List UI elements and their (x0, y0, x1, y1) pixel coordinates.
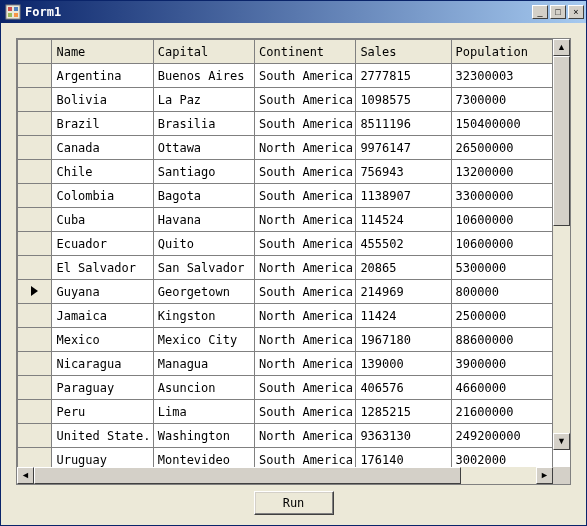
table-row[interactable]: PeruLimaSouth America128521521600000 (18, 400, 553, 424)
cell-sales[interactable]: 114524 (356, 208, 451, 232)
row-header[interactable] (18, 160, 52, 184)
cell-capital[interactable]: Brasilia (153, 112, 254, 136)
row-header[interactable] (18, 280, 52, 304)
cell-sales[interactable]: 756943 (356, 160, 451, 184)
hscroll-track[interactable] (34, 467, 536, 484)
cell-continent[interactable]: North America (255, 328, 356, 352)
vscroll-track[interactable] (553, 56, 570, 433)
cell-name[interactable]: Nicaragua (52, 352, 153, 376)
cell-continent[interactable]: South America (255, 160, 356, 184)
row-header[interactable] (18, 304, 52, 328)
cell-capital[interactable]: Managua (153, 352, 254, 376)
cell-population[interactable]: 26500000 (451, 136, 552, 160)
cell-continent[interactable]: South America (255, 280, 356, 304)
cell-population[interactable]: 33000000 (451, 184, 552, 208)
row-header[interactable] (18, 256, 52, 280)
hscroll-thumb[interactable] (34, 467, 461, 484)
table-row[interactable]: JamaicaKingstonNorth America114242500000 (18, 304, 553, 328)
table-row[interactable]: UruguayMontevideoSouth America1761403002… (18, 448, 553, 468)
cell-population[interactable]: 32300003 (451, 64, 552, 88)
cell-sales[interactable]: 8511196 (356, 112, 451, 136)
row-header[interactable] (18, 232, 52, 256)
row-header[interactable] (18, 88, 52, 112)
cell-sales[interactable]: 20865 (356, 256, 451, 280)
table-row[interactable]: MexicoMexico CityNorth America1967180886… (18, 328, 553, 352)
table-row[interactable]: EcuadorQuitoSouth America45550210600000 (18, 232, 553, 256)
table-row[interactable]: United State...WashingtonNorth America93… (18, 424, 553, 448)
cell-name[interactable]: Uruguay (52, 448, 153, 468)
cell-sales[interactable]: 9363130 (356, 424, 451, 448)
table-row[interactable]: BoliviaLa PazSouth America10985757300000 (18, 88, 553, 112)
scroll-left-button[interactable]: ◄ (17, 467, 34, 484)
cell-capital[interactable]: Ottawa (153, 136, 254, 160)
run-button[interactable]: Run (254, 491, 334, 515)
cell-name[interactable]: Cuba (52, 208, 153, 232)
cell-sales[interactable]: 11424 (356, 304, 451, 328)
cell-capital[interactable]: San Salvador (153, 256, 254, 280)
cell-population[interactable]: 3900000 (451, 352, 552, 376)
cell-capital[interactable]: La Paz (153, 88, 254, 112)
cell-capital[interactable]: Santiago (153, 160, 254, 184)
table-row[interactable]: ParaguayAsuncionSouth America40657646600… (18, 376, 553, 400)
vertical-scrollbar[interactable]: ▲ ▼ (553, 39, 570, 450)
table-row[interactable]: ChileSantiagoSouth America75694313200000 (18, 160, 553, 184)
row-header[interactable] (18, 448, 52, 468)
cell-sales[interactable]: 1285215 (356, 400, 451, 424)
cell-continent[interactable]: North America (255, 208, 356, 232)
cell-population[interactable]: 2500000 (451, 304, 552, 328)
cell-population[interactable]: 249200000 (451, 424, 552, 448)
titlebar[interactable]: Form1 _ □ × (1, 1, 586, 23)
table-row[interactable]: CanadaOttawaNorth America997614726500000 (18, 136, 553, 160)
cell-capital[interactable]: Georgetown (153, 280, 254, 304)
col-header-capital[interactable]: Capital (153, 40, 254, 64)
row-header[interactable] (18, 400, 52, 424)
row-header[interactable] (18, 136, 52, 160)
cell-population[interactable]: 4660000 (451, 376, 552, 400)
vscroll-thumb[interactable] (553, 56, 570, 226)
cell-name[interactable]: Ecuador (52, 232, 153, 256)
cell-continent[interactable]: South America (255, 184, 356, 208)
cell-name[interactable]: Mexico (52, 328, 153, 352)
cell-continent[interactable]: South America (255, 232, 356, 256)
row-header[interactable] (18, 328, 52, 352)
cell-sales[interactable]: 1967180 (356, 328, 451, 352)
col-header-continent[interactable]: Continent (255, 40, 356, 64)
cell-name[interactable]: Peru (52, 400, 153, 424)
cell-population[interactable]: 10600000 (451, 232, 552, 256)
maximize-button[interactable]: □ (550, 5, 566, 19)
cell-sales[interactable]: 176140 (356, 448, 451, 468)
cell-sales[interactable]: 2777815 (356, 64, 451, 88)
cell-name[interactable]: Chile (52, 160, 153, 184)
cell-population[interactable]: 5300000 (451, 256, 552, 280)
cell-capital[interactable]: Mexico City (153, 328, 254, 352)
row-header[interactable] (18, 376, 52, 400)
cell-population[interactable]: 88600000 (451, 328, 552, 352)
row-header[interactable] (18, 184, 52, 208)
cell-capital[interactable]: Montevideo (153, 448, 254, 468)
cell-continent[interactable]: North America (255, 352, 356, 376)
row-header-corner[interactable] (18, 40, 52, 64)
cell-continent[interactable]: South America (255, 448, 356, 468)
table-row[interactable]: BrazilBrasiliaSouth America8511196150400… (18, 112, 553, 136)
cell-capital[interactable]: Asuncion (153, 376, 254, 400)
cell-continent[interactable]: South America (255, 112, 356, 136)
cell-name[interactable]: United State... (52, 424, 153, 448)
row-header[interactable] (18, 112, 52, 136)
col-header-name[interactable]: Name (52, 40, 153, 64)
cell-continent[interactable]: North America (255, 424, 356, 448)
table-row[interactable]: CubaHavanaNorth America11452410600000 (18, 208, 553, 232)
scroll-down-button[interactable]: ▼ (553, 433, 570, 450)
cell-capital[interactable]: Kingston (153, 304, 254, 328)
scroll-right-button[interactable]: ► (536, 467, 553, 484)
cell-population[interactable]: 800000 (451, 280, 552, 304)
cell-sales[interactable]: 214969 (356, 280, 451, 304)
cell-continent[interactable]: North America (255, 304, 356, 328)
col-header-population[interactable]: Population (451, 40, 552, 64)
col-header-sales[interactable]: Sales (356, 40, 451, 64)
cell-capital[interactable]: Quito (153, 232, 254, 256)
cell-continent[interactable]: South America (255, 400, 356, 424)
row-header[interactable] (18, 208, 52, 232)
cell-name[interactable]: Colombia (52, 184, 153, 208)
cell-continent[interactable]: South America (255, 88, 356, 112)
data-grid[interactable]: Name Capital Continent Sales Population … (16, 38, 571, 485)
